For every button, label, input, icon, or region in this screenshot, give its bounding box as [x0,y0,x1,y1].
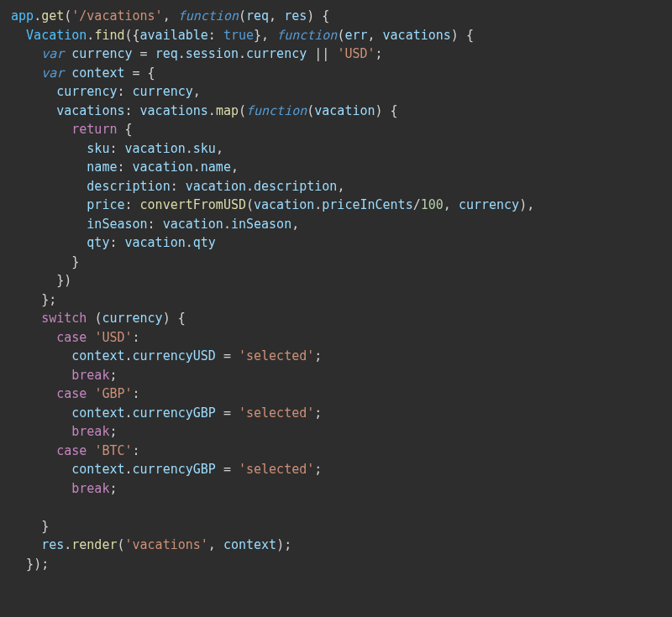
code-line [3,498,669,517]
code-line: break; [3,366,669,385]
code-line: currency: currency, [3,82,669,102]
code-line: case 'GBP': [3,384,669,404]
code-line: app.get('/vacations', function(req, res)… [3,7,669,26]
code-line: vacations: vacations.map(function(vacati… [3,102,669,121]
code-line: break; [3,479,669,499]
code-line: }) [3,271,669,290]
code-line: }; [3,290,669,310]
code-line: return { [3,120,669,139]
code-line: var currency = req.session.currency || '… [3,44,669,64]
code-line: res.render('vacations', context); [3,536,669,555]
code-line: context.currencyGBP = 'selected'; [3,404,669,423]
code-line: context.currencyUSD = 'selected'; [3,347,669,366]
code-line: sku: vacation.sku, [3,139,669,159]
code-line: inSeason: vacation.inSeason, [3,215,669,234]
code-line: } [3,517,669,536]
code-line: var context = { [3,64,669,83]
code-line: } [3,253,669,272]
code-line: description: vacation.description, [3,177,669,196]
code-line: name: vacation.name, [3,158,669,177]
code-editor[interactable]: app.get('/vacations', function(req, res)… [3,7,669,573]
code-line: case 'BTC': [3,442,669,461]
code-line: switch (currency) { [3,309,669,328]
code-line: case 'USD': [3,328,669,348]
code-line: qty: vacation.qty [3,233,669,253]
code-line: break; [3,422,669,442]
code-line: context.currencyGBP = 'selected'; [3,460,669,479]
code-line: }); [3,555,669,574]
code-line: price: convertFromUSD(vacation.priceInCe… [3,196,669,215]
code-line: Vacation.find({available: true}, functio… [3,26,669,45]
